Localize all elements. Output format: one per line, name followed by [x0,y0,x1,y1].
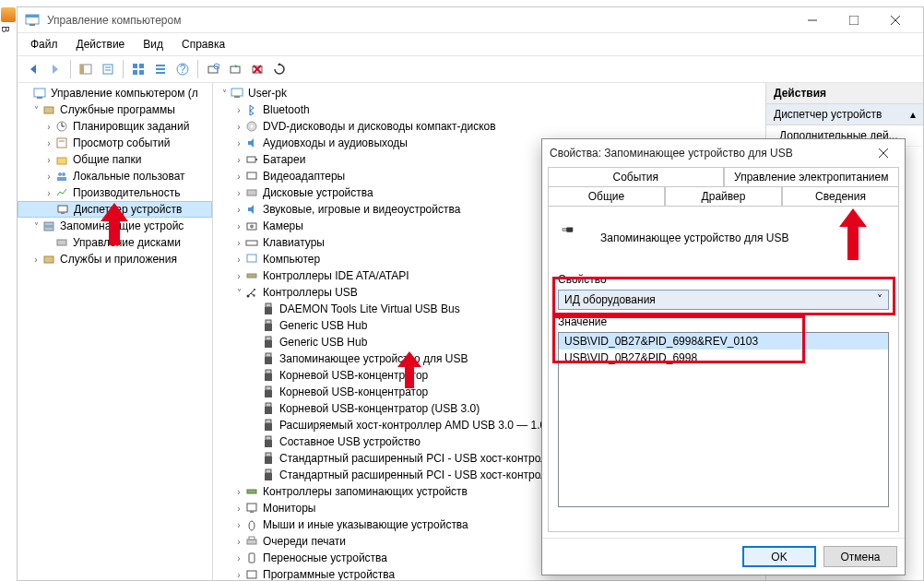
scan-hardware-button[interactable] [203,59,223,79]
tab-general[interactable]: Общие [548,186,665,206]
svg-rect-57 [247,274,256,278]
chevron-up-icon: ▴ [910,108,916,121]
annotation-arrow [839,208,867,260]
svg-rect-13 [139,64,144,68]
usb-device-icon [261,335,276,350]
svg-rect-12 [133,64,137,68]
dialog-tabs: События Управление электропитанием Общие… [542,167,905,206]
svg-rect-4 [849,16,859,25]
cancel-button[interactable]: Отмена [823,546,897,567]
value-item-1[interactable]: USB\VID_0B27&PID_6998&REV_0103 [559,333,888,350]
dialog-close-button[interactable] [870,142,897,164]
svg-rect-77 [266,420,271,423]
portable-icon [244,551,259,565]
minimize-button[interactable] [791,7,833,33]
svg-rect-2 [30,24,35,26]
tree-task-scheduler[interactable]: ›Планировщик заданий [18,118,212,135]
storage-controller-icon [244,484,259,499]
svg-rect-27 [34,89,45,97]
view-list-button[interactable] [150,59,171,79]
toolbar: ? [18,55,923,83]
usb-device-icon [261,418,276,433]
properties-button[interactable] [98,59,118,79]
tree-system-tools[interactable]: ˅Службные программы [18,101,212,118]
svg-rect-39 [58,206,67,212]
svg-rect-92 [247,571,256,578]
usb-device-icon [261,385,276,399]
computer-icon [244,252,259,267]
tree-shared-folders[interactable]: ›Общие папки [18,151,212,168]
menu-file[interactable]: Файл [21,34,67,54]
svg-rect-46 [234,96,240,98]
dev-root[interactable]: ˅User-pk [213,85,765,101]
svg-rect-71 [266,370,271,374]
tree-event-viewer[interactable]: ›Просмотр событий [18,135,212,151]
value-listbox[interactable]: USB\VID_0B27&PID_6998&REV_0103 USB\VID_0… [558,332,889,507]
tab-power[interactable]: Управление электропитанием [724,167,900,186]
usb-device-icon [261,351,276,366]
ok-button[interactable]: OK [742,546,816,567]
property-combo[interactable]: ИД оборудования ˅ [558,290,889,310]
help-button[interactable]: ? [172,59,193,79]
forward-button[interactable] [45,59,65,79]
audio-icon [244,136,259,150]
ide-icon [244,268,259,283]
computer-icon [230,86,244,101]
tree-root[interactable]: Управление компьютером (л [18,85,212,101]
refresh-button[interactable] [269,59,290,79]
menu-action[interactable]: Действие [67,34,135,54]
close-button[interactable] [874,7,916,33]
tab-driver[interactable]: Драйвер [665,186,782,206]
show-hide-tree-button[interactable] [76,59,96,79]
svg-rect-84 [265,473,272,480]
svg-rect-63 [266,303,271,307]
printer-icon [244,534,259,549]
value-item-2[interactable]: USB\VID_0B27&PID_6998 [559,350,888,366]
usb-device-icon [261,451,276,466]
window-title: Управление компьютером [47,14,791,27]
dev-bluetooth[interactable]: ›Bluetooth [213,101,765,118]
software-icon [244,567,259,580]
uninstall-button[interactable] [247,59,267,79]
annotation-arrow [397,351,421,388]
svg-rect-40 [61,212,65,214]
svg-rect-55 [246,241,257,245]
svg-rect-69 [266,353,271,357]
svg-rect-14 [133,70,137,75]
svg-rect-52 [247,190,256,196]
menu-help[interactable]: Справка [172,34,234,54]
svg-rect-50 [255,159,257,160]
svg-rect-45 [231,89,243,96]
svg-rect-87 [250,511,254,513]
usb-plug-icon [562,223,591,253]
svg-rect-62 [254,295,255,297]
tab-details[interactable]: Сведения [782,186,899,206]
svg-rect-79 [266,436,271,440]
view-icons-button[interactable] [128,59,148,79]
svg-rect-72 [265,374,272,381]
back-button[interactable] [23,59,43,79]
dev-dvd[interactable]: ›DVD-дисководы и дисководы компакт-диско… [213,118,765,135]
svg-point-60 [254,289,255,290]
tree-local-users[interactable]: ›Локальные пользоват [18,168,212,184]
tab-events[interactable]: События [548,167,724,186]
svg-point-48 [251,125,254,128]
svg-rect-73 [266,386,271,390]
keyboard-icon [244,235,259,250]
usb-device-icon [261,368,276,383]
tree-services-apps[interactable]: ›Службы и приложения [18,251,212,267]
usb-device-icon [261,401,276,416]
actions-devmgr[interactable]: Диспетчер устройств▴ [766,104,923,125]
svg-rect-85 [247,490,256,493]
titlebar: Управление компьютером [18,7,923,33]
svg-rect-42 [44,227,53,231]
tree-performance[interactable]: ›Производительность [18,184,212,201]
menu-view[interactable]: Вид [134,34,172,54]
svg-rect-86 [247,504,256,511]
maximize-button[interactable] [833,7,874,33]
annotation-arrow [101,203,128,245]
update-driver-button[interactable] [225,59,245,79]
svg-rect-65 [266,320,271,324]
property-label: Свойство [558,273,889,286]
svg-rect-1 [26,15,39,18]
